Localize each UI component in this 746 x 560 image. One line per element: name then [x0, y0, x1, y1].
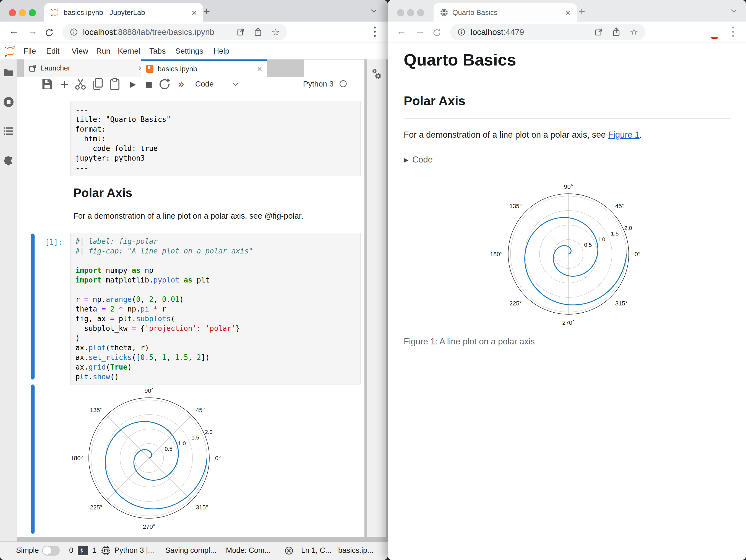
menu-edit[interactable]: Edit — [46, 47, 59, 56]
notifications-off-icon[interactable] — [284, 546, 294, 555]
terminal-icon[interactable]: $_ — [78, 546, 88, 555]
right-tabstrip: Quarto Basics × + — [388, 0, 746, 22]
save-icon[interactable] — [41, 78, 53, 90]
share-icon[interactable] — [612, 27, 621, 37]
forward-button[interactable]: → — [25, 23, 40, 39]
chrome-menu-icon[interactable] — [374, 27, 376, 37]
disclosure-triangle-icon: ▶ — [404, 156, 408, 164]
minimize-window-button[interactable] — [407, 9, 414, 16]
editor-mode[interactable]: Mode: Com... — [226, 546, 271, 555]
kernel-name[interactable]: Python 3 — [303, 80, 334, 88]
site-info-icon[interactable] — [457, 28, 466, 36]
doctab-notebook-close-icon[interactable]: × — [257, 64, 262, 74]
svg-text:135°: 135° — [90, 407, 102, 413]
kernels-count[interactable]: 1 — [92, 546, 96, 555]
left-navrow: ← → localhost:8888/lab/tree/basics.ipynb… — [0, 22, 388, 43]
menu-help[interactable]: Help — [213, 47, 229, 56]
share-icon[interactable] — [254, 27, 262, 37]
code-cell-source: #| label: fig-polar#| fig-cap: "A line p… — [76, 237, 360, 382]
interrupt-kernel-icon[interactable]: ■ — [143, 78, 155, 90]
menu-file[interactable]: File — [24, 47, 36, 56]
markdown-heading[interactable]: Polar Axis — [73, 186, 133, 200]
profile-avatar-fragment — [711, 37, 718, 39]
menu-settings[interactable]: Settings — [175, 47, 203, 56]
new-tab-button[interactable]: + — [578, 5, 585, 18]
figure-link[interactable]: Figure 1 — [608, 130, 639, 140]
site-info-icon[interactable] — [70, 28, 78, 36]
cursor-position[interactable]: Ln 1, C... — [301, 546, 332, 555]
back-button[interactable]: ← — [6, 23, 22, 39]
forward-button[interactable]: → — [412, 23, 428, 39]
code-disclosure[interactable]: ▶ Code — [404, 155, 433, 165]
execution-count: [1]: — [45, 238, 62, 246]
reload-button[interactable] — [45, 28, 54, 37]
url-bar[interactable]: localhost:8888/lab/tree/basics.ipynb ☆ — [62, 24, 287, 40]
raw-cell-source: ---title: "Quarto Basics"format: html: c… — [76, 105, 360, 173]
running-kernels-icon[interactable] — [3, 96, 14, 108]
back-button[interactable]: ← — [394, 23, 409, 39]
svg-text:225°: 225° — [90, 504, 102, 511]
run-cell-icon[interactable]: ▶ — [127, 78, 139, 90]
dock-tabstrip: Launcher × basics.ipynb × — [17, 59, 304, 77]
table-of-contents-icon[interactable] — [4, 127, 13, 135]
browser-tab-jupyterlab[interactable]: basics.ipynb - JupyterLab × — [44, 3, 203, 22]
code-cell[interactable]: #| label: fig-polar#| fig-cap: "A line p… — [70, 233, 361, 384]
left-tabstrip: basics.ipynb - JupyterLab × + — [0, 0, 388, 22]
menu-view[interactable]: View — [71, 47, 88, 56]
svg-text:90°: 90° — [564, 183, 573, 190]
cell-type-dropdown[interactable]: Code — [195, 80, 214, 88]
restart-run-all-icon[interactable]: » — [175, 78, 187, 92]
body-paragraph: For a demonstration of a line plot on a … — [404, 130, 642, 140]
raw-cell[interactable]: ---title: "Quarto Basics"format: html: c… — [70, 101, 361, 176]
dock-divider[interactable] — [365, 59, 367, 542]
file-browser-icon[interactable] — [4, 68, 13, 77]
simple-mode-label: Simple — [16, 546, 39, 555]
bookmark-star-icon[interactable]: ☆ — [630, 28, 638, 36]
menu-tabs[interactable]: Tabs — [149, 47, 166, 56]
cell-collapser-output[interactable] — [31, 384, 34, 534]
new-tab-button[interactable]: + — [203, 5, 210, 18]
extension-manager-icon[interactable] — [3, 156, 14, 167]
cut-cells-icon[interactable] — [75, 78, 87, 90]
menu-kernel[interactable]: Kernel — [118, 47, 140, 56]
bookmark-star-icon[interactable]: ☆ — [271, 28, 280, 36]
jupyterlab-left-sidebar — [0, 59, 17, 542]
svg-text:45°: 45° — [196, 407, 205, 413]
svg-text:225°: 225° — [509, 300, 522, 307]
reload-button[interactable] — [432, 28, 441, 37]
zoom-window-button[interactable] — [29, 9, 36, 16]
doctab-launcher[interactable]: Launcher × — [24, 59, 148, 77]
simple-mode-toggle[interactable] — [42, 546, 60, 556]
svg-text:1.5: 1.5 — [191, 435, 199, 441]
add-cell-icon[interactable]: + — [58, 78, 70, 90]
tab-close-icon[interactable]: × — [565, 7, 571, 18]
zoom-window-button[interactable] — [417, 9, 424, 16]
markdown-paragraph[interactable]: For a demonstration of a line plot on a … — [73, 211, 303, 220]
menu-run[interactable]: Run — [96, 47, 110, 56]
minimize-window-button[interactable] — [19, 9, 26, 16]
doctab-notebook[interactable]: basics.ipynb × — [141, 59, 267, 77]
close-window-button[interactable] — [9, 9, 16, 16]
kernel-chip-icon[interactable] — [101, 546, 111, 555]
browser-tab-quarto[interactable]: Quarto Basics × — [434, 3, 577, 22]
kernel-status-icon[interactable] — [339, 80, 347, 88]
chrome-menu-icon[interactable] — [732, 27, 734, 37]
restart-kernel-icon[interactable] — [159, 78, 171, 90]
paste-cells-icon[interactable] — [109, 78, 121, 90]
tab-search-chevron-icon[interactable] — [730, 9, 737, 13]
tab-close-icon[interactable]: × — [191, 7, 197, 18]
open-in-new-icon[interactable] — [236, 28, 245, 36]
property-inspector-icon[interactable] — [371, 68, 382, 80]
cell-collapser-input[interactable] — [31, 234, 34, 380]
right-navrow: ← → localhost:4479 ☆ — [388, 22, 746, 43]
tab-search-chevron-icon[interactable] — [371, 9, 377, 13]
terminals-count[interactable]: 0 — [69, 546, 73, 555]
statusbar-filename[interactable]: basics.ip... — [338, 546, 374, 555]
url-bar[interactable]: localhost:4479 ☆ — [450, 24, 645, 40]
close-window-button[interactable] — [397, 9, 404, 16]
open-in-new-icon[interactable] — [595, 28, 603, 36]
copy-cells-icon[interactable] — [91, 78, 104, 90]
kernel-status-text[interactable]: Python 3 |... — [114, 546, 154, 555]
cell-type-chevron-icon[interactable] — [233, 82, 239, 86]
tab-title: Quarto Basics — [452, 8, 497, 17]
